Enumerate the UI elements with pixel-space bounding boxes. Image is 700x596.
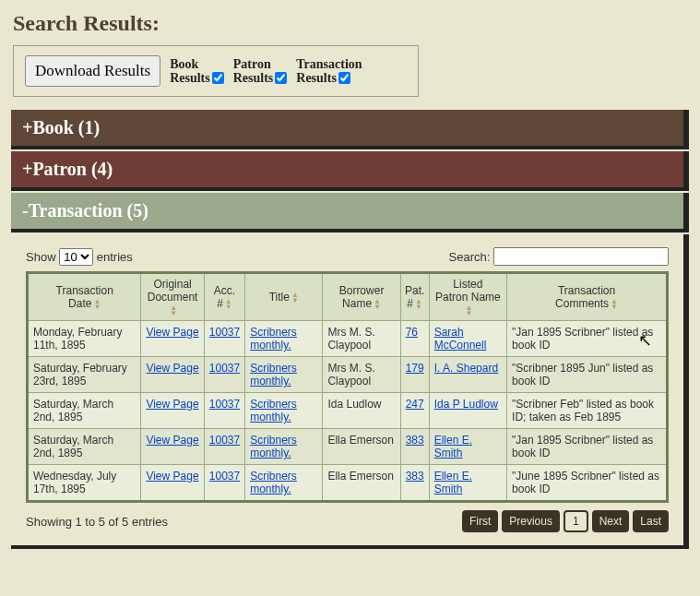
- cell-comments: "June 1895 Scribner" listed as book ID: [507, 465, 668, 502]
- table-row: Saturday, March 2nd, 1895View Page10037S…: [28, 393, 668, 429]
- book-results-checkbox[interactable]: [212, 72, 224, 84]
- acc-link[interactable]: 10037: [209, 398, 240, 411]
- cell-patron: Ida P Ludlow: [429, 393, 506, 429]
- cell-borrower: Ida Ludlow: [323, 393, 400, 429]
- accordion-patron[interactable]: +Patron (4): [11, 151, 689, 191]
- pager-first[interactable]: First: [462, 510, 498, 532]
- length-control: Show 10 entries: [26, 248, 133, 266]
- page-title: Search Results:: [13, 11, 693, 36]
- accordion-transaction[interactable]: -Transaction (5): [11, 193, 689, 232]
- download-results-button[interactable]: Download Results: [25, 55, 160, 87]
- pager-last[interactable]: Last: [633, 510, 669, 532]
- title-link[interactable]: Scribners monthly.: [250, 470, 297, 495]
- view-page-link[interactable]: View Page: [146, 398, 198, 411]
- label: Transaction: [296, 57, 362, 71]
- table-row: Saturday, March 2nd, 1895View Page10037S…: [28, 429, 668, 465]
- sort-icon: ▲▼: [93, 299, 101, 310]
- pat-link[interactable]: 383: [406, 434, 424, 447]
- col-header[interactable]: BorrowerName▲▼: [323, 273, 400, 321]
- pat-link[interactable]: 179: [406, 362, 424, 375]
- label: Patron: [233, 57, 271, 71]
- view-page-link[interactable]: View Page: [146, 326, 198, 339]
- acc-link[interactable]: 10037: [209, 362, 240, 375]
- title-link[interactable]: Scribners monthly.: [250, 434, 297, 459]
- label: Results: [296, 71, 337, 85]
- patron-link[interactable]: Sarah McConnell: [434, 326, 487, 352]
- col-header[interactable]: ListedPatron Name▲▼: [429, 273, 506, 321]
- cell-pat: 383: [400, 429, 429, 465]
- cell-patron: Ellen E. Smith: [429, 429, 506, 465]
- sort-icon: ▲▼: [170, 305, 177, 316]
- entries-select[interactable]: 10: [59, 248, 93, 266]
- patron-results-check-group: Patron Results: [233, 57, 288, 86]
- title-link[interactable]: Scribners monthly.: [250, 326, 297, 352]
- cell-doc: View Page: [141, 465, 204, 502]
- search-input[interactable]: [493, 247, 669, 266]
- view-page-link[interactable]: View Page: [146, 362, 198, 375]
- cell-date: Saturday, March 2nd, 1895: [28, 429, 141, 465]
- patron-link[interactable]: Ellen E. Smith: [434, 470, 472, 495]
- label: Show: [26, 250, 56, 264]
- sort-icon: ▲▼: [611, 299, 618, 310]
- cell-borrower: Ella Emerson: [323, 465, 400, 502]
- patron-link[interactable]: Ida P Ludlow: [434, 398, 498, 411]
- patron-link[interactable]: Ellen E. Smith: [434, 434, 472, 459]
- transaction-results-checkbox[interactable]: [338, 72, 350, 84]
- cell-title: Scribners monthly.: [245, 393, 323, 429]
- download-box: Download Results Book Results Patron Res…: [13, 45, 419, 97]
- col-header[interactable]: TransactionDate▲▼: [28, 273, 141, 321]
- view-page-link[interactable]: View Page: [146, 434, 198, 447]
- title-link[interactable]: Scribners monthly.: [250, 362, 297, 387]
- transaction-results-check-group: Transaction Results: [296, 57, 362, 86]
- cell-pat: 76: [400, 321, 429, 357]
- cell-comments: "Scribner 1895 Jun" listed as book ID: [507, 357, 668, 393]
- cell-pat: 247: [400, 393, 429, 429]
- cell-title: Scribners monthly.: [245, 429, 323, 465]
- table-row: Monday, February 11th, 1895View Page1003…: [28, 321, 668, 357]
- cell-acc: 10037: [204, 321, 244, 357]
- acc-link[interactable]: 10037: [209, 470, 240, 483]
- label: Book: [170, 57, 198, 71]
- cell-doc: View Page: [141, 321, 204, 357]
- cell-date: Wednesday, July 17th, 1895: [28, 465, 141, 502]
- cell-comments: "Jan 1895 Scribner" listed as book ID: [507, 429, 668, 465]
- cell-acc: 10037: [204, 393, 244, 429]
- pat-link[interactable]: 383: [406, 470, 424, 483]
- cell-patron: Ellen E. Smith: [429, 465, 506, 502]
- search-control: Search:: [449, 247, 669, 266]
- title-link[interactable]: Scribners monthly.: [250, 398, 297, 423]
- col-header[interactable]: TransactionComments▲▼: [507, 273, 668, 321]
- acc-link[interactable]: 10037: [209, 434, 240, 447]
- table-row: Saturday, February 23rd, 1895View Page10…: [28, 357, 668, 393]
- cell-acc: 10037: [204, 429, 244, 465]
- sort-icon: ▲▼: [374, 299, 381, 310]
- cell-date: Saturday, March 2nd, 1895: [28, 393, 141, 429]
- col-header[interactable]: Pat.#▲▼: [400, 273, 429, 321]
- view-page-link[interactable]: View Page: [146, 470, 198, 483]
- pager-next[interactable]: Next: [592, 510, 630, 532]
- col-header[interactable]: Title▲▼: [245, 273, 323, 321]
- label: Results: [233, 71, 274, 85]
- table-info: Showing 1 to 5 of 5 entries: [26, 515, 168, 529]
- acc-link[interactable]: 10037: [209, 326, 240, 339]
- cell-pat: 179: [400, 357, 429, 393]
- cell-acc: 10037: [204, 357, 244, 393]
- patron-link[interactable]: I. A. Shepard: [434, 362, 498, 375]
- cell-doc: View Page: [141, 393, 204, 429]
- pat-link[interactable]: 247: [406, 398, 424, 411]
- pager-previous[interactable]: Previous: [502, 510, 560, 532]
- cell-patron: I. A. Shepard: [429, 357, 506, 393]
- cell-comments: "Scribner Feb" listed as book ID; taken …: [507, 393, 668, 429]
- pager-page-1[interactable]: 1: [564, 510, 588, 532]
- sort-icon: ▲▼: [291, 292, 299, 304]
- patron-results-checkbox[interactable]: [275, 72, 287, 84]
- sort-icon: ▲▼: [415, 299, 422, 310]
- col-header[interactable]: OriginalDocument▲▼: [141, 273, 204, 321]
- accordion-book[interactable]: +Book (1): [11, 110, 689, 149]
- cell-title: Scribners monthly.: [245, 465, 323, 502]
- cell-title: Scribners monthly.: [245, 357, 323, 393]
- pat-link[interactable]: 76: [406, 326, 418, 339]
- cell-date: Saturday, February 23rd, 1895: [28, 357, 141, 393]
- col-header[interactable]: Acc.#▲▼: [204, 273, 244, 321]
- cell-patron: Sarah McConnell: [429, 321, 506, 357]
